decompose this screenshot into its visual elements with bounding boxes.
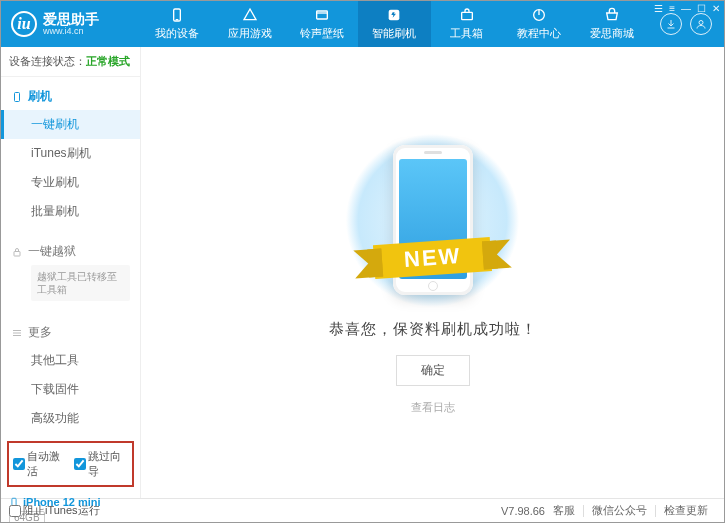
check-auto-activate[interactable]: 自动激活 [13,449,68,479]
user-icon[interactable] [690,13,712,35]
nav-tabs: 我的设备 应用游戏 铃声壁纸 智能刷机 工具箱 教程中心 爱思商城 [141,1,648,47]
service-link[interactable]: 客服 [553,503,575,518]
sidebar-item-advanced[interactable]: 高级功能 [1,404,140,433]
logo: iu 爱思助手 www.i4.cn [1,11,141,37]
jailbreak-note: 越狱工具已转移至工具箱 [31,265,130,301]
tab-tutorial[interactable]: 教程中心 [503,1,575,47]
view-log-link[interactable]: 查看日志 [411,400,455,415]
sidebar-item-itunes[interactable]: iTunes刷机 [1,139,140,168]
svg-point-7 [699,21,703,25]
app-url: www.i4.cn [43,26,99,36]
tab-apps[interactable]: 应用游戏 [213,1,285,47]
svg-rect-9 [14,251,20,256]
block-itunes[interactable]: 阻止iTunes运行 [9,503,100,518]
svg-rect-8 [15,92,20,101]
section-flash[interactable]: 刷机 [1,83,140,110]
lock-icon [11,246,23,258]
svg-rect-2 [317,11,328,19]
close-icon[interactable]: ✕ [712,3,720,14]
sidebar-item-batch[interactable]: 批量刷机 [1,197,140,226]
tab-store[interactable]: 爱思商城 [576,1,648,47]
sidebar-item-firmware[interactable]: 下载固件 [1,375,140,404]
user-buttons [648,13,724,35]
maximize-icon[interactable]: ☐ [697,3,706,14]
section-more[interactable]: 更多 [1,319,140,346]
sidebar-item-other[interactable]: 其他工具 [1,346,140,375]
wechat-link[interactable]: 微信公众号 [592,503,647,518]
download-icon[interactable] [660,13,682,35]
sidebar: 设备连接状态：正常模式 刷机 一键刷机 iTunes刷机 专业刷机 批量刷机 一… [1,47,141,498]
success-banner: NEW [333,130,533,310]
menu-lines-icon [11,327,23,339]
version-label: V7.98.66 [501,505,545,517]
tab-ringtone[interactable]: 铃声壁纸 [286,1,358,47]
minimize-icon[interactable]: — [681,3,691,14]
update-link[interactable]: 检查更新 [664,503,708,518]
flash-options-highlight: 自动激活 跳过向导 [7,441,134,487]
device-state: 设备连接状态：正常模式 [1,47,140,77]
success-message: 恭喜您，保资料刷机成功啦！ [329,320,537,339]
menu-icon[interactable]: ☰ [654,3,663,14]
sidebar-item-pro[interactable]: 专业刷机 [1,168,140,197]
phone-icon [11,91,23,103]
tab-my-device[interactable]: 我的设备 [141,1,213,47]
app-name: 爱思助手 [43,12,99,26]
main-content: NEW 恭喜您，保资料刷机成功啦！ 确定 查看日志 [141,47,724,498]
ok-button[interactable]: 确定 [396,355,470,386]
logo-icon: iu [11,11,37,37]
settings-icon[interactable]: ≡ [669,3,675,14]
svg-rect-4 [462,12,473,19]
section-jailbreak[interactable]: 一键越狱 [1,238,140,265]
tab-flash[interactable]: 智能刷机 [358,1,430,47]
check-skip-setup[interactable]: 跳过向导 [74,449,129,479]
sidebar-item-oneclick[interactable]: 一键刷机 [1,110,140,139]
title-bar: iu 爱思助手 www.i4.cn 我的设备 应用游戏 铃声壁纸 智能刷机 工具… [1,1,724,47]
window-controls: ☰ ≡ — ☐ ✕ [654,3,720,14]
tab-toolbox[interactable]: 工具箱 [431,1,503,47]
